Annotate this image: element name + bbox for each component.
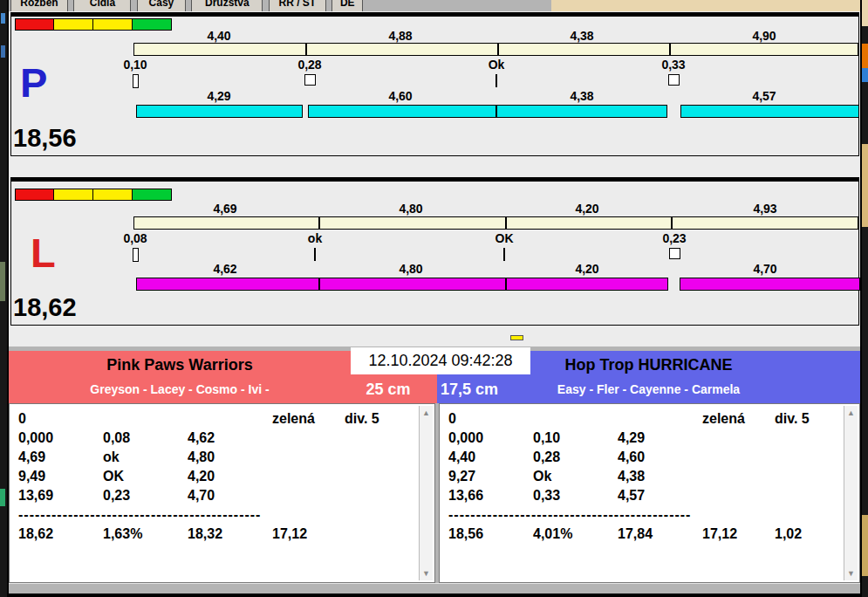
yellow-light-icon xyxy=(54,189,93,201)
table-row: 9,49 OK 4,20 xyxy=(10,467,434,486)
run-number: 0 xyxy=(448,409,533,429)
separator-line: ----------------------------------------… xyxy=(440,505,701,525)
dog-time-bar xyxy=(136,278,668,291)
team-members: Greyson - Lacey - Cosmo - Ivi - xyxy=(9,382,351,396)
start-lights xyxy=(15,189,172,201)
bar-divider xyxy=(505,278,507,290)
scroll-up-icon[interactable]: ▲ xyxy=(420,408,433,417)
yellow-light-icon xyxy=(93,18,133,31)
background-pixels xyxy=(0,489,5,506)
sensor-split: 4,38 xyxy=(538,30,625,42)
background-pixels xyxy=(862,44,868,68)
results-table-left[interactable]: 0 zelená div. 5 0,000 0,08 4,62 4,69 ok … xyxy=(9,403,435,583)
change-status: 0,10 xyxy=(92,58,179,71)
marker-checkbox[interactable] xyxy=(304,74,316,86)
dog-time: 4,29 xyxy=(175,90,263,102)
background-pixels xyxy=(1,45,5,58)
table-row: 9,27 Ok 4,38 xyxy=(440,467,859,486)
green-light-icon xyxy=(133,18,172,31)
tab-casy[interactable]: Casy xyxy=(137,0,186,11)
marker-bar xyxy=(133,248,139,262)
sensor-split: 4,90 xyxy=(721,30,808,42)
dog-time-bar xyxy=(680,278,860,291)
background-window-right xyxy=(862,0,868,597)
scrollbar[interactable]: ▲ ▼ xyxy=(419,406,433,580)
yellow-light-icon xyxy=(54,18,93,31)
bar-divider xyxy=(318,217,320,229)
change-status: 0,28 xyxy=(266,58,353,71)
bar-divider xyxy=(497,44,499,55)
dog-time-bar xyxy=(680,105,859,118)
totals-row: 18,56 4,01% 17,84 17,12 1,02 xyxy=(440,525,859,544)
bar-divider xyxy=(671,217,673,229)
tab-druzstva[interactable]: Druzstva xyxy=(191,0,263,11)
marker-checkbox[interactable] xyxy=(668,74,680,86)
dog-time-bar xyxy=(136,105,303,118)
start-lights xyxy=(15,18,172,31)
sensor-split: 4,80 xyxy=(367,202,455,215)
lane-total-time: 18,62 xyxy=(13,295,77,320)
tab-rozbeh[interactable]: Rozbeh xyxy=(10,0,68,11)
red-light-icon xyxy=(15,189,54,201)
tab-bar: Rozbeh Cidla Casy Druzstva RR / ST DE xyxy=(9,0,551,11)
background-pixels xyxy=(1,13,5,24)
lane-letter: P xyxy=(20,62,47,103)
scroll-up-icon[interactable]: ▲ xyxy=(844,408,858,417)
change-status: 0,33 xyxy=(630,58,717,71)
sensor-split: 4,88 xyxy=(357,30,444,42)
dog-time: 4,62 xyxy=(181,263,269,275)
tab-rr-st[interactable]: RR / ST xyxy=(269,0,326,11)
team-name: Pink Paws Warriors xyxy=(9,351,351,374)
scrollbar[interactable]: ▲ ▼ xyxy=(844,406,858,580)
app-window: Rozbeh Cidla Casy Druzstva RR / ST DE P … xyxy=(7,0,862,597)
sensor-split: 4,93 xyxy=(721,202,809,215)
green-light-icon xyxy=(133,189,172,201)
lane-panel-l: L 18,62 4,69 4,80 4,20 4,93 0,08 ok OK 0… xyxy=(10,177,859,326)
marker-checkbox[interactable] xyxy=(669,248,680,259)
status-bar xyxy=(9,583,860,594)
light-status: zelená xyxy=(272,409,345,429)
scroll-down-icon[interactable]: ▼ xyxy=(420,569,433,578)
results-table-right[interactable]: 0 zelená div. 5 0,000 0,10 4,29 4,40 0,2… xyxy=(439,403,860,583)
team-members: Easy - Fler - Cayenne - Carmela xyxy=(437,382,860,396)
change-status: Ok xyxy=(453,58,540,71)
change-status: 0,08 xyxy=(92,232,179,244)
table-row: 0,000 0,10 4,29 xyxy=(440,429,859,448)
bar-divider xyxy=(505,217,507,229)
background-pixels xyxy=(862,144,868,227)
bar-divider xyxy=(305,44,307,55)
lane-panel-p: P 18,56 4,40 4,88 4,38 4,90 0,10 0,28 Ok… xyxy=(10,12,859,156)
dog-time: 4,38 xyxy=(538,90,625,102)
tab-de[interactable]: DE xyxy=(331,0,363,11)
table-row: 4,69 ok 4,80 xyxy=(10,448,434,467)
dog-time-bar xyxy=(308,105,667,118)
marker-bar xyxy=(133,74,139,88)
yellow-indicator-chip[interactable] xyxy=(510,335,523,340)
change-status: ok xyxy=(271,232,359,244)
sensor-bar xyxy=(133,43,858,56)
tab-cidla[interactable]: Cidla xyxy=(73,0,131,11)
table-row: 0 zelená div. 5 xyxy=(10,409,434,429)
red-light-icon xyxy=(15,18,54,31)
separator-line: ----------------------------------------… xyxy=(10,505,271,525)
sensor-bar xyxy=(133,216,858,230)
marker-tick xyxy=(314,248,316,261)
sensor-split: 4,69 xyxy=(181,202,269,215)
dog-time: 4,70 xyxy=(721,263,809,275)
bar-divider xyxy=(669,44,671,55)
yellow-light-icon xyxy=(93,189,133,201)
jump-height-label: 25 cm xyxy=(358,381,419,399)
scroll-down-icon[interactable]: ▼ xyxy=(844,569,858,578)
lane-letter: L xyxy=(31,232,56,273)
background-strip xyxy=(551,0,860,11)
bar-divider xyxy=(318,278,320,290)
background-pixels xyxy=(862,0,868,26)
background-pixels xyxy=(862,68,868,82)
totals-row: 18,62 1,63% 18,32 17,12 xyxy=(10,525,434,544)
dog-time: 4,80 xyxy=(367,263,455,275)
background-pixels xyxy=(862,515,868,576)
light-status: zelená xyxy=(702,409,775,429)
table-row: 13,69 0,23 4,70 xyxy=(10,486,434,505)
table-row: 13,66 0,33 4,57 xyxy=(440,486,859,505)
change-status: OK xyxy=(461,232,548,244)
